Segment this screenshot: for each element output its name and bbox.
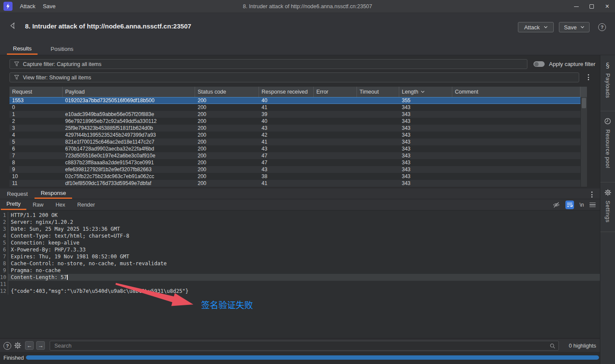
table-row[interactable]: 5821e1f700125c646ac2ed18e1147c2c72004134… bbox=[9, 138, 580, 145]
view-mode-tab-bar: Pretty Raw Hex Render \n bbox=[0, 199, 600, 210]
message-menu-icon[interactable] bbox=[589, 191, 595, 198]
view-filter-menu-icon[interactable] bbox=[585, 74, 591, 80]
tab-positions[interactable]: Positions bbox=[44, 43, 79, 55]
table-cell-received: 41 bbox=[259, 104, 314, 111]
line-text: Date: Sun, 25 May 2025 15:23:36 GMT bbox=[8, 226, 600, 232]
table-cell-comment bbox=[452, 118, 580, 125]
help-icon[interactable]: ? bbox=[598, 23, 606, 31]
column-header-status[interactable]: Status code bbox=[195, 87, 259, 97]
close-button[interactable]: × bbox=[599, 0, 615, 13]
column-header-payload[interactable]: Payload bbox=[63, 87, 195, 97]
apply-capture-filter-toggle[interactable] bbox=[533, 61, 545, 67]
editor-line[interactable]: 9Pragma: no-cache bbox=[0, 267, 600, 274]
search-input[interactable] bbox=[54, 341, 546, 350]
save-button-label: Save bbox=[564, 24, 577, 31]
table-row[interactable]: 11df10ef8509dc176d733d59549e7dbfaf200413… bbox=[9, 180, 580, 187]
hide-eye-icon[interactable] bbox=[553, 202, 560, 208]
table-row[interactable]: 1002c75fb22c75b23dc963c7eb91a062cc200383… bbox=[9, 173, 580, 180]
column-header-timeout[interactable]: Timeout bbox=[357, 87, 399, 97]
table-cell-length: 355 bbox=[399, 97, 452, 104]
attack-progress-bar bbox=[26, 355, 599, 360]
column-header-received[interactable]: Response received bbox=[259, 87, 314, 97]
menu-attack[interactable]: Attack bbox=[20, 3, 35, 9]
menu-save[interactable]: Save bbox=[43, 3, 56, 9]
editor-line[interactable]: 8Cache-Control: no-store, no-cache, must… bbox=[0, 260, 600, 267]
tab-results[interactable]: Results bbox=[7, 43, 38, 55]
line-text: Server: nginx/1.20.2 bbox=[8, 219, 600, 226]
tab-response[interactable]: Response bbox=[35, 188, 72, 199]
table-row[interactable]: 325f9e794323b453885f5181f1b624d0b2004334… bbox=[9, 125, 580, 132]
table-cell-status: 200 bbox=[195, 173, 259, 180]
editor-line[interactable]: 6X-Powered-By: PHP/7.3.33 bbox=[0, 246, 600, 253]
column-header-request[interactable]: Request bbox=[9, 87, 63, 97]
tab-render[interactable]: Render bbox=[72, 199, 101, 210]
line-text: Cache-Control: no-store, no-cache, must-… bbox=[8, 260, 600, 267]
previous-match-button[interactable]: ← bbox=[25, 341, 34, 350]
editor-line[interactable]: 4Content-Type: text/html; charset=UTF-8 bbox=[0, 232, 600, 239]
table-row[interactable]: 15530192023a7bbd73250516f069df18b5002004… bbox=[9, 97, 580, 104]
tab-request[interactable]: Request bbox=[1, 188, 34, 199]
sidebar-item-payloads[interactable]: § Payloads bbox=[600, 55, 615, 111]
editor-line[interactable]: 7Expires: Thu, 19 Nov 1981 08:52:00 GMT bbox=[0, 253, 600, 260]
save-dropdown-button[interactable]: Save bbox=[559, 22, 590, 32]
table-cell-request: 3 bbox=[9, 125, 63, 132]
table-row[interactable]: 7723d505516e0c197e42a6be3c0af910e2004734… bbox=[9, 152, 580, 159]
next-match-button[interactable]: → bbox=[36, 341, 45, 350]
table-cell-timeout bbox=[357, 111, 399, 118]
table-row[interactable]: 296e79218965eb72c92a549dd5a3301122004034… bbox=[9, 118, 580, 125]
table-cell-received: 47 bbox=[259, 152, 314, 159]
tab-hex[interactable]: Hex bbox=[50, 199, 71, 210]
highlights-count: 0 highlights bbox=[569, 343, 596, 349]
table-cell-timeout bbox=[357, 166, 399, 173]
table-cell-payload bbox=[63, 104, 195, 111]
line-text: HTTP/1.1 200 OK bbox=[8, 212, 600, 219]
line-text: {"code":403,"msg":"\u7b7e\u540d\u9a8c\u8… bbox=[8, 288, 600, 295]
editor-line[interactable]: 11 bbox=[0, 281, 600, 288]
tab-raw[interactable]: Raw bbox=[27, 199, 49, 210]
table-row[interactable]: 6670b14728ad9902aecba32e22fa4f6bd2004334… bbox=[9, 145, 580, 152]
column-header-comment[interactable]: Comment bbox=[452, 87, 580, 97]
scrollbar-thumb[interactable] bbox=[582, 98, 586, 108]
table-cell-length: 343 bbox=[399, 145, 452, 152]
table-cell-received: 40 bbox=[259, 97, 314, 104]
line-text bbox=[8, 281, 600, 288]
back-arrow-icon[interactable] bbox=[9, 21, 18, 30]
maximize-button[interactable] bbox=[584, 0, 599, 13]
table-cell-length: 343 bbox=[399, 180, 452, 187]
attack-dropdown-button[interactable]: Attack bbox=[518, 22, 554, 32]
table-row[interactable]: 020041343 bbox=[9, 104, 580, 111]
column-header-error[interactable]: Error bbox=[314, 87, 357, 97]
sidebar-label: Settings bbox=[605, 201, 611, 223]
capture-filter-bar[interactable]: Capture filter: Capturing all items bbox=[9, 59, 527, 69]
table-row[interactable]: 8c8837b23ff8aaa8a2dde915473ce09912004734… bbox=[9, 159, 580, 166]
response-editor[interactable]: 1HTTP/1.1 200 OK2Server: nginx/1.20.23Da… bbox=[0, 210, 600, 337]
editor-line[interactable]: 10Content-Length: 57 bbox=[0, 274, 600, 281]
editor-menu-icon[interactable] bbox=[590, 203, 596, 207]
table-scrollbar[interactable] bbox=[580, 97, 587, 187]
minimize-button[interactable] bbox=[568, 0, 584, 13]
table-cell-error bbox=[314, 173, 357, 180]
tab-pretty[interactable]: Pretty bbox=[1, 199, 26, 210]
editor-line[interactable]: 2Server: nginx/1.20.2 bbox=[0, 219, 600, 226]
table-corner-button[interactable] bbox=[580, 87, 587, 97]
editor-line[interactable]: 5Connection: keep-alive bbox=[0, 239, 600, 246]
table-row[interactable]: 9efe6398127928f1b2e9ef3207fb826632004334… bbox=[9, 166, 580, 173]
column-header-length[interactable]: Length bbox=[399, 87, 452, 97]
sidebar-item-settings[interactable]: Settings bbox=[600, 182, 615, 232]
view-filter-bar[interactable]: View filter: Showing all items bbox=[9, 72, 579, 82]
table-row[interactable]: 1e10adc3949ba59abbe56e057f20f883e2003934… bbox=[9, 111, 580, 118]
editor-line[interactable]: 12{"code":403,"msg":"\u7b7e\u540d\u9a8c\… bbox=[0, 288, 600, 295]
attack-status-label: Finished bbox=[3, 355, 24, 361]
editor-line[interactable]: 3Date: Sun, 25 May 2025 15:23:36 GMT bbox=[0, 226, 600, 232]
search-help-icon[interactable]: ? bbox=[3, 342, 11, 350]
table-cell-comment bbox=[452, 173, 580, 180]
soft-wrap-icon[interactable] bbox=[565, 201, 574, 209]
editor-line[interactable]: 1HTTP/1.1 200 OK bbox=[0, 212, 600, 219]
search-icon[interactable] bbox=[550, 343, 555, 349]
table-cell-timeout bbox=[357, 152, 399, 159]
table-row[interactable]: 44297f44b13955235245b2497399d7a932004234… bbox=[9, 132, 580, 138]
sidebar-item-resource-pool[interactable]: Resource pool bbox=[600, 111, 615, 182]
intruder-attack-window: 签名验证失败 Attack Save 8. Intruder attack of… bbox=[0, 0, 615, 364]
newline-toggle-icon[interactable]: \n bbox=[580, 202, 584, 208]
search-settings-gear-icon[interactable] bbox=[14, 342, 22, 349]
